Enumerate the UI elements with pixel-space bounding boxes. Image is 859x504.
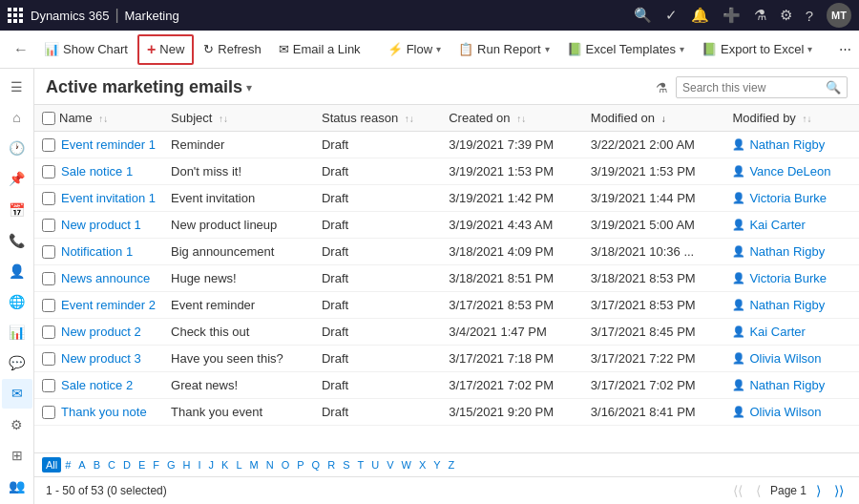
last-page-button[interactable]: ⟩⟩	[830, 481, 848, 500]
row-checkbox[interactable]	[42, 379, 55, 392]
search-box[interactable]: 🔍	[676, 76, 848, 98]
app-launcher-icon[interactable]	[8, 8, 23, 23]
user-link[interactable]: 👤 Olivia Wilson	[732, 405, 851, 419]
filter-nav-icon[interactable]: ⚗	[754, 7, 766, 24]
select-all-checkbox[interactable]	[42, 112, 55, 125]
alpha-item-k[interactable]: K	[218, 457, 232, 472]
sidebar-expand-icon[interactable]: ⊞	[2, 441, 32, 470]
sidebar-menu-icon[interactable]: ☰	[2, 73, 32, 101]
page-title-dropdown[interactable]: ▾	[246, 81, 252, 94]
alpha-item-a[interactable]: A	[74, 457, 89, 472]
sidebar-phone-icon[interactable]: 📞	[2, 226, 32, 255]
row-checkbox[interactable]	[42, 138, 55, 152]
modifiedby-col-header[interactable]: Modified by ↑↓	[724, 105, 859, 132]
user-link[interactable]: 👤 Nathan Rigby	[732, 298, 851, 312]
email-name-link[interactable]: Event invitation 1	[61, 191, 156, 205]
row-checkbox[interactable]	[42, 219, 55, 232]
alpha-item-w[interactable]: W	[398, 457, 415, 472]
sidebar-globe-icon[interactable]: 🌐	[2, 287, 32, 316]
sidebar-settings-icon[interactable]: ⚙	[2, 410, 32, 439]
sidebar-recent-icon[interactable]: 🕐	[2, 134, 32, 162]
alpha-item-b[interactable]: B	[90, 457, 104, 472]
row-checkbox[interactable]	[42, 406, 55, 419]
user-link[interactable]: 👤 Victoria Burke	[732, 191, 851, 205]
refresh-button[interactable]: ↻ Refresh	[196, 37, 269, 61]
sidebar-contact-icon[interactable]: 👤	[2, 257, 32, 285]
new-button[interactable]: + New	[137, 34, 194, 65]
sidebar-email-icon[interactable]: ✉	[2, 379, 32, 408]
email-name-link[interactable]: New product 2	[61, 325, 141, 339]
email-link-button[interactable]: ✉ Email a Link	[271, 37, 368, 61]
alpha-item-e[interactable]: E	[135, 457, 149, 472]
row-checkbox[interactable]	[42, 192, 55, 205]
user-link[interactable]: 👤 Kai Carter	[732, 218, 851, 232]
user-link[interactable]: 👤 Nathan Rigby	[732, 378, 851, 392]
row-checkbox[interactable]	[42, 299, 55, 312]
alpha-item-m[interactable]: M	[246, 457, 262, 472]
more-button[interactable]: ⋯	[831, 37, 859, 61]
alpha-item-g[interactable]: G	[163, 457, 179, 472]
alpha-item-o[interactable]: O	[278, 457, 294, 472]
search-input[interactable]	[682, 81, 822, 94]
sidebar-chart-icon[interactable]: 📊	[2, 318, 32, 346]
user-link[interactable]: 👤 Olivia Wilson	[732, 351, 851, 366]
row-checkbox[interactable]	[42, 352, 55, 366]
email-name-link[interactable]: Sale notice 2	[61, 378, 133, 392]
search-icon[interactable]: 🔍	[826, 80, 841, 94]
alpha-item-s[interactable]: S	[339, 457, 353, 472]
alpha-item-i[interactable]: I	[195, 457, 205, 472]
user-link[interactable]: 👤 Nathan Rigby	[732, 137, 851, 152]
sidebar-people-icon[interactable]: 👥	[2, 472, 32, 500]
run-report-button[interactable]: 📋 Run Report ▾	[450, 37, 556, 61]
alpha-item-t[interactable]: T	[353, 457, 367, 472]
alpha-item-v[interactable]: V	[383, 457, 397, 472]
alpha-item-d[interactable]: D	[119, 457, 135, 472]
sidebar-pin-icon[interactable]: 📌	[2, 164, 32, 193]
row-checkbox[interactable]	[42, 165, 55, 178]
alpha-item-r[interactable]: R	[324, 457, 339, 472]
sidebar-calendar-icon[interactable]: 📅	[2, 196, 32, 224]
name-col-header[interactable]: Name ↑↓	[59, 111, 108, 125]
alpha-item-u[interactable]: U	[367, 457, 383, 472]
excel-templates-button[interactable]: 📗 Excel Templates ▾	[559, 37, 692, 61]
user-link[interactable]: 👤 Nathan Rigby	[732, 244, 851, 259]
email-name-link[interactable]: News announce	[61, 271, 150, 285]
prev-page-button[interactable]: ⟨	[752, 481, 765, 500]
alpha-item-j[interactable]: J	[205, 457, 219, 472]
filter-icon[interactable]: ⚗	[656, 80, 668, 95]
status-col-header[interactable]: Status reason ↑↓	[314, 105, 441, 132]
email-name-link[interactable]: New product 3	[61, 351, 141, 366]
alpha-item-all[interactable]: All	[42, 457, 61, 472]
email-name-link[interactable]: Sale notice 1	[61, 164, 133, 178]
subject-col-header[interactable]: Subject ↑↓	[163, 105, 314, 132]
tasks-icon[interactable]: ✓	[665, 7, 678, 24]
email-name-link[interactable]: New product 1	[61, 218, 141, 232]
user-link[interactable]: 👤 Vance DeLeon	[732, 164, 851, 178]
user-link[interactable]: 👤 Victoria Burke	[732, 271, 851, 285]
alpha-item-h[interactable]: H	[179, 457, 195, 472]
alpha-item-p[interactable]: P	[293, 457, 307, 472]
modified-col-header[interactable]: Modified on ↓	[583, 105, 725, 132]
created-col-header[interactable]: Created on ↑↓	[441, 105, 583, 132]
back-button[interactable]: ←	[8, 37, 34, 62]
alpha-item-l[interactable]: L	[232, 457, 245, 472]
alpha-item-z[interactable]: Z	[445, 457, 459, 472]
next-page-button[interactable]: ⟩	[812, 481, 825, 500]
sidebar-chat-icon[interactable]: 💬	[2, 348, 32, 377]
help-icon[interactable]: ?	[806, 8, 813, 24]
alpha-item-#[interactable]: #	[61, 457, 74, 472]
export-excel-button[interactable]: 📗 Export to Excel ▾	[694, 37, 820, 61]
add-icon[interactable]: ➕	[723, 7, 741, 24]
alpha-item-y[interactable]: Y	[430, 457, 444, 472]
sidebar-home-icon[interactable]: ⌂	[2, 103, 32, 132]
email-name-link[interactable]: Notification 1	[61, 244, 133, 259]
first-page-button[interactable]: ⟨⟨	[729, 481, 746, 500]
alpha-item-f[interactable]: F	[149, 457, 163, 472]
alpha-item-c[interactable]: C	[104, 457, 119, 472]
settings-icon[interactable]: ⚙	[780, 7, 792, 24]
row-checkbox[interactable]	[42, 326, 55, 339]
alpha-item-q[interactable]: Q	[308, 457, 325, 472]
email-name-link[interactable]: Event reminder 1	[61, 137, 156, 152]
alpha-item-n[interactable]: N	[262, 457, 278, 472]
user-link[interactable]: 👤 Kai Carter	[732, 325, 851, 339]
